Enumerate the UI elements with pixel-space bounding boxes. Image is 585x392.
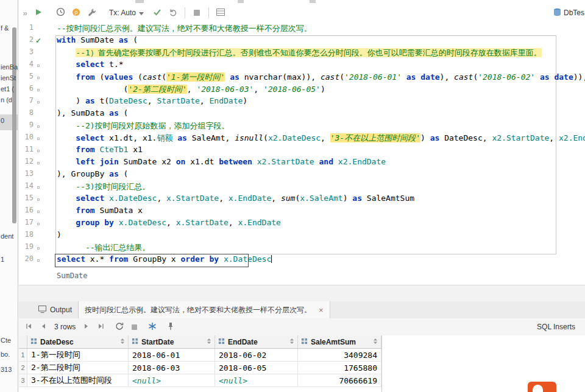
line-number[interactable]: 5 xyxy=(19,72,34,84)
table-cell[interactable]: 3-不在以上范围时间段 xyxy=(27,374,129,387)
table-cell[interactable]: 1765880 xyxy=(298,362,381,374)
editor-line[interactable]: 5 from (values (cast('1-第一段时间' as nvarch… xyxy=(19,72,585,84)
row-number[interactable]: 1 xyxy=(19,349,27,361)
next-page-icon xyxy=(83,323,90,332)
refresh-button[interactable] xyxy=(113,321,126,333)
table-corner[interactable] xyxy=(19,335,27,348)
background-scrollbar[interactable] xyxy=(12,27,16,223)
table-cell[interactable]: 3409284 xyxy=(298,349,381,361)
profiler-button[interactable]: p xyxy=(69,5,83,20)
line-number[interactable]: 19 xyxy=(19,242,34,254)
table-cell[interactable]: 2-第二段时间 xyxy=(27,362,129,374)
first-page-button[interactable] xyxy=(23,321,35,333)
line-number[interactable]: 2 xyxy=(19,35,34,47)
tab-output[interactable]: Output xyxy=(32,301,78,318)
editor-line[interactable]: 1--按时间段汇总示例。建议写法，绝对不要和大佬教授一样不分层次写。 xyxy=(19,23,585,35)
line-number[interactable]: 13 xyxy=(19,169,34,181)
line-number[interactable]: 7 xyxy=(19,96,34,108)
editor-line[interactable]: 11 from CteTb1 x1 xyxy=(19,145,585,157)
last-page-button[interactable] xyxy=(95,321,107,333)
editor-line[interactable]: 2✓with SumDate as ( xyxy=(19,35,585,47)
gutter-mark-icon xyxy=(37,162,40,164)
tab-result[interactable]: 按时间段汇总示例。建议写法，绝对不要和大佬教授一样不分层次写。 × xyxy=(78,301,330,318)
editor-line[interactable]: 3 --1）首先确定你要按哪几个时间段进行汇总。否则谁也不知道你要怎么分时间段。… xyxy=(19,47,585,60)
code-line-text: --2)按时间段对原始数据，添加分组字段。 xyxy=(57,121,585,133)
line-number[interactable]: 14 xyxy=(19,181,34,194)
database-selector[interactable]: DbTes xyxy=(553,8,585,18)
table-view-button[interactable] xyxy=(213,5,228,20)
line-number[interactable]: 15 xyxy=(19,194,34,206)
table-cell[interactable]: 70666619 xyxy=(298,374,381,387)
editor-line[interactable]: 19 --输出汇总结果。 xyxy=(19,242,585,254)
history-button[interactable] xyxy=(53,5,68,20)
sql-editor[interactable]: 1--按时间段汇总示例。建议写法，绝对不要和大佬教授一样不分层次写。2✓with… xyxy=(19,23,585,270)
line-number[interactable]: 16 xyxy=(19,206,34,218)
line-number[interactable]: 3 xyxy=(19,47,34,60)
code-line-text: group by x.DateDesc, x.StartDate, x.EndD… xyxy=(57,218,585,230)
run-button[interactable] xyxy=(31,5,46,20)
editor-line[interactable]: 12 left join SumDate x2 on x1.dt between… xyxy=(19,157,585,169)
editor-breadcrumb[interactable]: SumDate xyxy=(57,271,88,280)
editor-line[interactable]: 4 select t.* xyxy=(19,60,585,72)
tx-mode-dropdown[interactable]: Tx: Auto xyxy=(104,5,149,20)
stop-button[interactable] xyxy=(190,5,204,20)
editor-line[interactable]: 17 group by x.DateDesc, x.StartDate, x.E… xyxy=(19,218,585,230)
panel-splitter[interactable] xyxy=(19,285,585,301)
prev-page-button[interactable] xyxy=(37,321,49,333)
rollback-button[interactable] xyxy=(166,5,180,20)
editor-line[interactable]: 15 select x.DateDesc, x.StartDate, x.End… xyxy=(19,194,585,206)
code-token: x.StartDate xyxy=(176,218,229,227)
table-cell[interactable]: 2018-06-05 xyxy=(215,362,298,374)
next-page-button[interactable] xyxy=(80,321,93,333)
table-cell[interactable]: 1-第一段时间 xyxy=(27,349,129,361)
code-token: ( xyxy=(119,169,129,178)
editor-line[interactable]: 6 ('2-第二段时间', '2018-06-03', '2018-06-05'… xyxy=(19,84,585,96)
table-cell[interactable]: 2018-06-02 xyxy=(215,349,298,361)
column-header[interactable]: SaleAmtSum xyxy=(298,335,381,348)
line-number[interactable]: 18 xyxy=(19,230,34,242)
stop-query-button[interactable] xyxy=(128,321,140,333)
column-header[interactable]: DateDesc xyxy=(27,335,129,348)
settings-wrench-button[interactable] xyxy=(85,5,99,20)
editor-line[interactable]: 9 --2)按时间段对原始数据，添加分组字段。 xyxy=(19,121,585,133)
line-number[interactable]: 11 xyxy=(19,145,34,157)
editor-line[interactable]: 18) xyxy=(19,230,585,242)
close-icon[interactable]: × xyxy=(319,306,324,315)
sort-icon[interactable] xyxy=(207,338,211,346)
row-number[interactable]: 3 xyxy=(19,374,27,387)
editor-line[interactable]: 20select x.* from GroupBy x order by x.D… xyxy=(19,254,585,267)
editor-line[interactable]: 8), SumData as ( xyxy=(19,108,585,121)
extractor-selector[interactable]: SQL Inserts xyxy=(537,323,581,331)
line-number[interactable]: 8 xyxy=(19,108,34,121)
editor-line[interactable]: 13), GroupBy as ( xyxy=(19,169,585,181)
line-number[interactable]: 9 xyxy=(19,121,34,133)
table-cell[interactable]: 2018-06-01 xyxy=(129,349,215,361)
toolbar-overflow-chevron[interactable]: » xyxy=(20,9,30,18)
table-cell[interactable]: <null> xyxy=(129,374,215,387)
editor-line[interactable]: 16 from SumData x xyxy=(19,206,585,218)
sort-icon[interactable] xyxy=(120,338,125,346)
line-number[interactable]: 10 xyxy=(19,133,34,145)
pin-button[interactable] xyxy=(165,321,177,333)
table-cell[interactable]: <null> xyxy=(215,374,298,387)
line-number[interactable]: 17 xyxy=(19,218,34,230)
editor-line[interactable]: 14 --3)按时间段汇总。 xyxy=(19,181,585,194)
sort-icon[interactable] xyxy=(373,338,378,346)
commit-button[interactable] xyxy=(150,5,165,20)
line-number[interactable]: 12 xyxy=(19,157,34,169)
editor-line[interactable]: 7 ) as t(DateDesc, StartDate, EndDate) xyxy=(19,96,585,108)
column-header[interactable]: StartDate xyxy=(129,335,215,348)
table-cell[interactable]: 2018-06-03 xyxy=(129,362,215,374)
row-number[interactable]: 2 xyxy=(19,362,27,374)
editor-line[interactable]: 10 select x1.dt, x1.销额 as SaleAmt, isnul… xyxy=(19,133,585,145)
code-token: as xyxy=(119,35,129,44)
line-number[interactable]: 6 xyxy=(19,84,34,96)
wrench-icon xyxy=(88,8,96,18)
sort-icon[interactable] xyxy=(289,338,294,346)
background-text-fragment: ienBa xyxy=(1,63,18,71)
compare-button[interactable] xyxy=(146,321,158,333)
line-number[interactable]: 1 xyxy=(19,23,34,35)
line-number[interactable]: 4 xyxy=(19,60,34,72)
column-header[interactable]: EndDate xyxy=(215,335,298,348)
line-number[interactable]: 20 xyxy=(19,254,34,267)
